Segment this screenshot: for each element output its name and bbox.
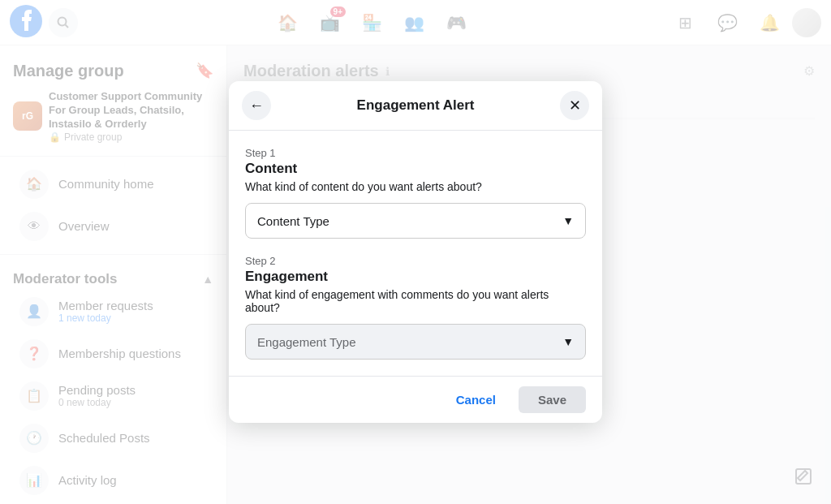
content-type-arrow-icon: ▼ [562, 214, 574, 227]
content-type-label: Content Type [257, 214, 329, 228]
engagement-type-arrow-icon: ▼ [562, 335, 574, 348]
modal-footer: Cancel Save [229, 376, 602, 423]
step2-description: What kind of engagement with comments do… [245, 288, 586, 314]
modal-header: ← Engagement Alert ✕ [229, 81, 602, 131]
step2-label: Step 2 [245, 255, 586, 267]
save-button[interactable]: Save [519, 386, 586, 413]
modal-overlay: ← Engagement Alert ✕ Step 1 Content What… [0, 0, 831, 504]
engagement-type-label: Engagement Type [257, 335, 355, 349]
cancel-button[interactable]: Cancel [443, 386, 509, 413]
step1-label: Step 1 [245, 147, 586, 159]
close-button[interactable]: ✕ [560, 91, 589, 120]
engagement-type-dropdown[interactable]: Engagement Type ▼ [245, 324, 586, 360]
step1-description: What kind of content do you want alerts … [245, 180, 586, 193]
content-type-dropdown[interactable]: Content Type ▼ [245, 203, 586, 239]
step1-heading: Content [245, 161, 586, 177]
back-button[interactable]: ← [242, 91, 271, 120]
modal-title: Engagement Alert [271, 97, 560, 114]
step2-section: Step 2 Engagement What kind of engagemen… [245, 255, 586, 360]
step2-heading: Engagement [245, 269, 586, 285]
modal-body: Step 1 Content What kind of content do y… [229, 131, 602, 360]
step1-section: Step 1 Content What kind of content do y… [245, 147, 586, 239]
engagement-alert-modal: ← Engagement Alert ✕ Step 1 Content What… [229, 81, 602, 423]
